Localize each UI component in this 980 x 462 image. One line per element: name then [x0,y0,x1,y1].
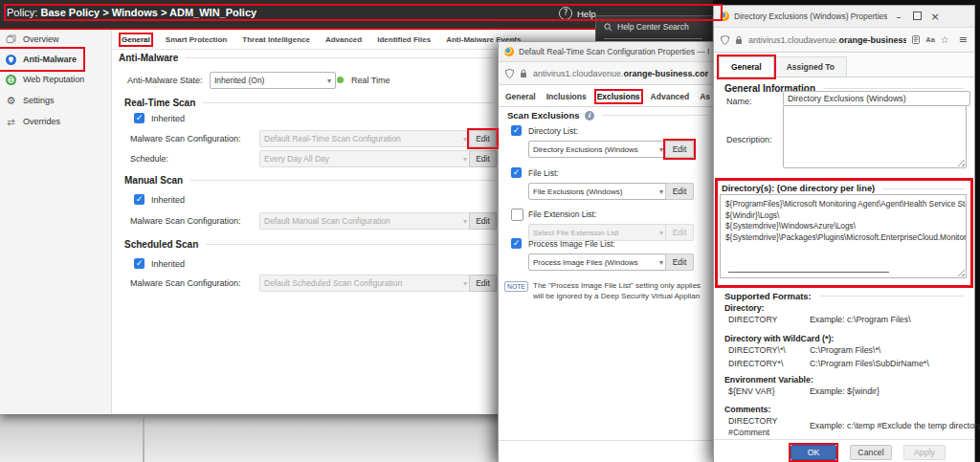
edit-process-image-file-list-button[interactable]: Edit [665,253,694,271]
tab-general[interactable]: General [719,56,774,77]
scan-dialog-titlebar[interactable]: Default Real-Time Scan Configuration Pro… [499,42,715,62]
sidebar-item-label: Settings [23,96,55,105]
format-wildcard-key2: DIRECTORY*\ [728,359,783,368]
scheduled-scan-config-select[interactable]: Default Scheduled Scan Configuration ▾ [259,275,472,292]
ok-button[interactable]: OK [791,445,836,460]
reader-mode-icon[interactable] [912,35,920,44]
url-prefix: antivirus1.cloudavenue. [748,35,839,45]
directory-list-checkbox[interactable]: ✓ [511,125,522,136]
tab-general[interactable]: General [505,92,536,101]
chevron-down-icon: ▾ [327,77,331,85]
button-label: Edit [673,187,687,196]
sidebar-item-settings[interactable]: ⚙ Settings [0,91,111,110]
edit-scheduled-scan-config-button[interactable]: Edit [469,275,497,292]
button-label: Apply [914,448,935,457]
edit-malware-scan-config-button[interactable]: Edit [469,130,497,147]
text-cursor-line [728,272,889,273]
inherited-checkbox[interactable]: ✓ [134,194,145,205]
exclusion-dialog-urlbar: antivirus1.cloudavenue.orange-business.c… [714,28,974,53]
page-title-path: Base Policy > Windows > ADM_WIN_Policy [40,7,256,18]
lock-icon[interactable] [735,35,743,45]
malware-scan-config-label: Malware Scan Configuration: [130,216,241,226]
sidebar-item-web-reputation[interactable]: Web Reputation [0,70,111,89]
file-extension-list-label: File Extension List: [528,209,596,219]
select-value: Default Manual Scan Configuration [264,216,460,226]
tab-general[interactable]: General [122,35,150,44]
file-extension-list-checkbox[interactable]: ✓ [511,209,523,221]
process-image-file-list-select[interactable]: Process Image Files (Windows ▾ [528,253,668,271]
help-search-input[interactable]: Help Center Search [617,22,689,32]
tab-inclusions[interactable]: Inclusions [546,92,587,101]
overrides-arrows-icon: ⇄ [6,117,16,127]
button-label: Edit [673,228,687,237]
sidebar-item-label: Web Reputation [23,75,84,84]
file-list-checkbox[interactable]: ✓ [511,167,522,178]
sidebar-item-anti-malware[interactable]: Anti-Malware [0,50,82,69]
select-value: Process Image Files (Windows [533,258,657,267]
directory-list-select[interactable]: Directory Exclusions (Windows ▾ [528,141,668,158]
select-value: Select File Extension List [533,229,657,237]
tab-identified-files[interactable]: Identified Files [377,35,431,44]
tab-assigned-to[interactable]: Assigned To [774,56,847,77]
manual-scan-section-header: Manual Scan [124,175,494,186]
tab-advanced[interactable]: Advanced [325,35,362,44]
tab-exclusions[interactable]: Exclusions [597,92,640,101]
directory-exclusions-dialog: Directory Exclusions (Windows) Propertie… [713,5,975,462]
menu-icon[interactable]: ≡ [959,33,968,46]
anti-malware-state-select[interactable]: Inherited (On) ▾ [210,72,336,89]
maximize-icon[interactable] [910,11,924,22]
edit-directory-list-button[interactable]: Edit [665,141,694,158]
inherited-checkbox[interactable]: ✓ [134,258,145,269]
info-icon[interactable]: i [585,111,594,121]
background-window-edge [143,418,145,462]
sidebar-item-label: Overview [23,34,59,44]
shield-icon[interactable] [505,69,514,78]
description-textarea[interactable] [783,105,967,168]
schedule-select[interactable]: Every Day All Day ▾ [259,150,472,167]
inherited-label: Inherited [151,114,185,123]
help-menu[interactable]: ? Help [559,7,596,20]
edit-manual-scan-config-button[interactable]: Edit [469,212,497,230]
close-icon[interactable]: × [928,11,942,23]
section-title: Real-Time Scan [124,98,195,108]
scheduled-scan-section-header: Scheduled Scan [124,239,494,250]
edit-file-list-button[interactable]: Edit [665,183,694,200]
translate-icon[interactable]: Aa [925,35,935,44]
url-text[interactable]: antivirus1.cloudavenue.orange-business.c… [533,69,708,78]
chevron-down-icon: ▾ [659,145,663,154]
exclusion-dialog-titlebar[interactable]: Directory Exclusions (Windows) Propertie… [714,6,974,28]
inherited-checkbox[interactable]: ✓ [134,113,145,123]
format-directory-example: Example: c:\Program Files\ [810,315,911,324]
format-comments-key2: #Comment [728,428,769,437]
resize-handle[interactable] [957,159,965,166]
sidebar-item-overrides[interactable]: ⇄ Overrides [0,112,111,131]
cancel-button[interactable]: Cancel [850,445,892,460]
minimize-icon[interactable]: – [892,11,905,22]
inherited-label: Inherited [151,195,185,205]
bookmark-star-icon[interactable]: ☆ [941,34,949,45]
file-list-select[interactable]: File Exclusions (Windows) ▾ [528,183,668,200]
name-input[interactable] [783,91,970,106]
section-title: Scheduled Scan [124,239,198,250]
url-text[interactable]: antivirus1.cloudavenue.orange-business.c… [748,35,906,45]
malware-scan-config-select[interactable]: Default Real-Time Scan Configuration ▾ [259,130,472,147]
tab-smart-protection[interactable]: Smart Protection [166,35,227,44]
lock-icon[interactable] [520,69,527,78]
format-wildcard-val2: C:\Program Files\SubDirName*\ [810,359,929,368]
tab-threat-intelligence[interactable]: Threat Intelligence [242,35,310,44]
select-value: Every Day All Day [264,154,460,164]
tab-advanced[interactable]: Advanced [651,92,690,101]
directories-text: ${ProgramFiles}\Microsoft Monitoring Age… [721,195,966,243]
shield-icon[interactable] [721,35,729,45]
manual-scan-config-select[interactable]: Default Manual Scan Configuration ▾ [259,212,472,230]
edit-schedule-button[interactable]: Edit [469,150,497,167]
tab-assigned-to[interactable]: As [700,92,710,101]
select-value: Default Real-Time Scan Configuration [264,134,460,143]
name-label: Name: [726,97,752,106]
resize-handle[interactable] [957,269,965,276]
process-image-file-list-checkbox[interactable]: ✓ [511,238,522,249]
directories-textarea[interactable]: ${ProgramFiles}\Microsoft Monitoring Age… [720,194,967,278]
format-comments-example: Example: c:\temp #Exclude the temp direc… [810,421,980,430]
section-title: Anti-Malware [119,53,178,63]
sidebar-item-overview[interactable]: Overview [0,30,111,49]
